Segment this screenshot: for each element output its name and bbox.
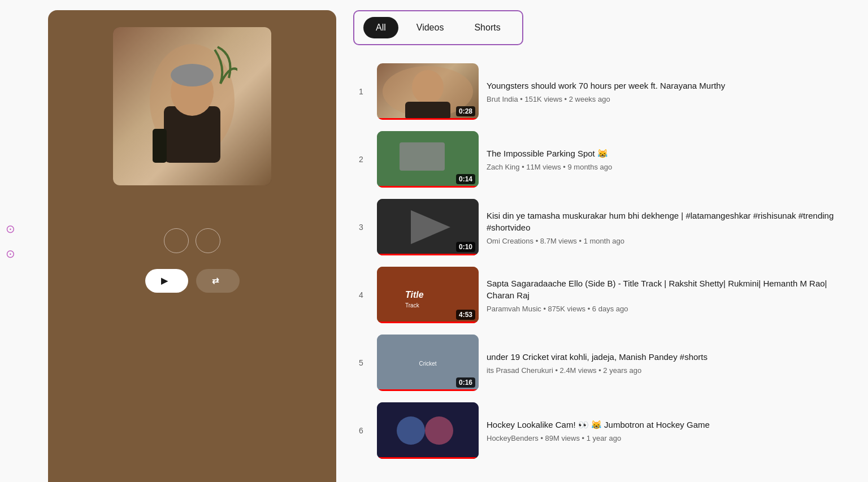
video-item[interactable]: 2 0:14 The Impossible Parking Spot 😹 Zac… bbox=[353, 125, 845, 193]
tab-videos[interactable]: Videos bbox=[404, 17, 457, 38]
video-meta: Zach King • 11M views • 9 months ago bbox=[487, 163, 845, 171]
video-title: Hockey Lookalike Cam! 👀 😹 Jumbotron at H… bbox=[487, 419, 845, 431]
progress-bar bbox=[377, 389, 479, 391]
video-thumbnail: 0:10 bbox=[377, 199, 479, 255]
video-duration: 0:10 bbox=[456, 242, 475, 252]
video-title: under 19 Cricket virat kohli, jadeja, Ma… bbox=[487, 351, 845, 363]
tab-shorts[interactable]: Shorts bbox=[462, 17, 513, 38]
progress-bar bbox=[377, 118, 479, 120]
svg-point-17 bbox=[397, 416, 425, 445]
shuffle-icon: ⇄ bbox=[212, 276, 219, 286]
video-title: Kisi din ye tamasha muskurakar hum bhi d… bbox=[487, 210, 845, 233]
action-buttons: ▶ ⇄ bbox=[62, 269, 323, 293]
video-list: 1 0:28 Youngsters should work 70 hours p… bbox=[353, 58, 845, 464]
svg-point-6 bbox=[412, 70, 444, 104]
video-duration: 0:14 bbox=[456, 174, 475, 184]
video-info: Youngsters should work 70 hours per week… bbox=[487, 80, 845, 103]
icon-row bbox=[164, 228, 220, 253]
video-info: Sapta Sagaradaache Ello (Side B) - Title… bbox=[487, 277, 845, 313]
video-number: 2 bbox=[353, 155, 369, 164]
video-meta: Paramvah Music • 875K views • 6 days ago bbox=[487, 305, 845, 313]
video-title: Sapta Sagaradaache Ello (Side B) - Title… bbox=[487, 277, 845, 301]
video-item[interactable]: 3 0:10 Kisi din ye tamasha muskurakar hu… bbox=[353, 193, 845, 261]
download-button[interactable] bbox=[164, 228, 189, 253]
video-number: 5 bbox=[353, 358, 369, 367]
video-thumbnail: Cricket 0:16 bbox=[377, 335, 479, 391]
content-area: All Videos Shorts 1 0:28 Youngsters shou… bbox=[336, 0, 868, 482]
progress-bar bbox=[377, 322, 479, 323]
video-info: Hockey Lookalike Cam! 👀 😹 Jumbotron at H… bbox=[487, 419, 845, 442]
video-number: 3 bbox=[353, 223, 369, 232]
video-meta: Brut India • 151K views • 2 weeks ago bbox=[487, 95, 845, 103]
video-info: Kisi din ye tamasha muskurakar hum bhi d… bbox=[487, 210, 845, 245]
side-icon-bottom: ⊙ bbox=[6, 247, 15, 260]
playlist-thumbnail bbox=[113, 27, 271, 185]
video-thumbnail: 0:28 bbox=[377, 63, 479, 120]
video-number: 4 bbox=[353, 290, 369, 299]
video-title: The Impossible Parking Spot 😹 bbox=[487, 147, 845, 159]
video-number: 1 bbox=[353, 87, 369, 96]
tab-all[interactable]: All bbox=[363, 17, 398, 38]
video-item[interactable]: 4 TitleTrack 4:53 Sapta Sagaradaache Ell… bbox=[353, 261, 845, 329]
video-item[interactable]: 6 Hockey Lookalike Cam! 👀 😹 Jumbotron at… bbox=[353, 397, 845, 464]
video-duration: 0:16 bbox=[456, 377, 475, 388]
svg-point-3 bbox=[171, 64, 214, 86]
progress-bar bbox=[377, 254, 479, 255]
progress-bar bbox=[377, 186, 479, 188]
side-icons: ⊙ ⊙ bbox=[6, 222, 15, 260]
play-all-button[interactable]: ▶ bbox=[145, 269, 188, 293]
svg-text:Title: Title bbox=[405, 290, 424, 299]
video-item[interactable]: 5 Cricket 0:16 under 19 Cricket virat ko… bbox=[353, 329, 845, 397]
play-icon: ▶ bbox=[161, 276, 168, 286]
sidebar-panel: ▶ ⇄ bbox=[48, 10, 336, 482]
video-meta: its Prasad Cherukuri • 2.4M views • 2 ye… bbox=[487, 366, 845, 375]
video-meta: HockeyBenders • 89M views • 1 year ago bbox=[487, 434, 845, 442]
svg-text:Cricket: Cricket bbox=[419, 361, 436, 367]
video-title: Youngsters should work 70 hours per week… bbox=[487, 80, 845, 92]
side-icon-top: ⊙ bbox=[6, 222, 15, 236]
video-thumbnail bbox=[377, 402, 479, 459]
video-info: The Impossible Parking Spot 😹 Zach King … bbox=[487, 147, 845, 171]
video-info: under 19 Cricket virat kohli, jadeja, Ma… bbox=[487, 351, 845, 375]
video-number: 6 bbox=[353, 426, 369, 435]
filter-tabs: All Videos Shorts bbox=[353, 10, 523, 45]
video-item[interactable]: 1 0:28 Youngsters should work 70 hours p… bbox=[353, 58, 845, 125]
progress-bar bbox=[377, 457, 479, 459]
video-thumbnail: TitleTrack 4:53 bbox=[377, 267, 479, 323]
svg-rect-4 bbox=[153, 129, 167, 163]
video-thumbnail: 0:14 bbox=[377, 131, 479, 188]
thumb-bg bbox=[377, 402, 479, 459]
svg-point-18 bbox=[425, 416, 453, 445]
shuffle-button[interactable]: ⇄ bbox=[196, 269, 240, 293]
video-meta: Omi Creations • 8.7M views • 1 month ago bbox=[487, 237, 845, 245]
svg-rect-9 bbox=[400, 142, 445, 171]
video-duration: 4:53 bbox=[456, 310, 475, 320]
more-options-button[interactable] bbox=[196, 228, 220, 253]
svg-text:Track: Track bbox=[405, 302, 420, 309]
svg-rect-7 bbox=[405, 102, 450, 120]
video-duration: 0:28 bbox=[456, 106, 475, 116]
